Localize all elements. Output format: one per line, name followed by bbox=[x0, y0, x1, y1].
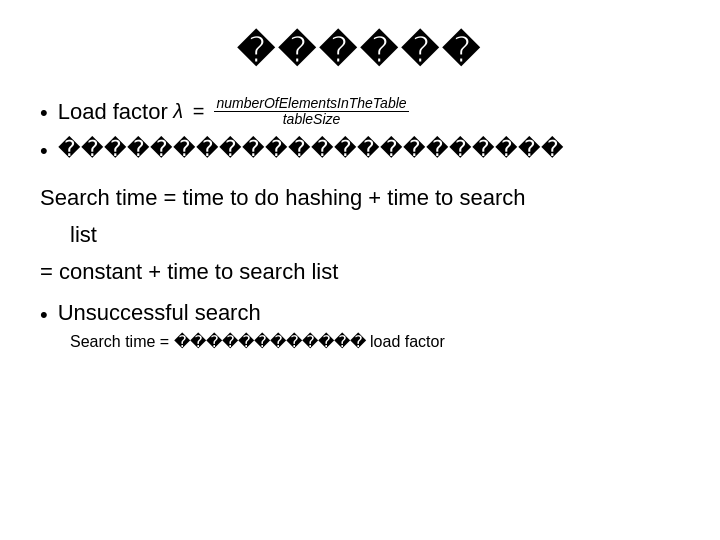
load-factor-label: Load factor bbox=[58, 99, 168, 125]
search-time-line3: = constant + time to search list bbox=[40, 255, 525, 288]
search-time-line2: list bbox=[70, 218, 525, 251]
bullet-2: • ���������������������� bbox=[40, 134, 564, 167]
bullet-dot-1: • bbox=[40, 100, 48, 126]
fraction-denominator: tableSize bbox=[281, 112, 343, 127]
fraction: numberOfElementsInTheTable tableSize bbox=[214, 96, 408, 128]
search-time-line1: Search time = time to do hashing + time … bbox=[40, 181, 525, 214]
fraction-numerator: numberOfElementsInTheTable bbox=[214, 96, 408, 112]
search-time-block: Search time = time to do hashing + time … bbox=[40, 181, 525, 292]
sub-search-time: Search time = ������������ load factor bbox=[70, 332, 445, 351]
slide-title: ������ bbox=[40, 30, 680, 72]
bullet-2-label: ���������������������� bbox=[58, 134, 564, 165]
bullet-3-label: Unsuccessful search bbox=[58, 298, 261, 329]
bullet-load-factor: • Load factor λ = numberOfElementsInTheT… bbox=[40, 96, 409, 128]
bullet-dot-3: • bbox=[40, 300, 48, 331]
slide: ������ • Load factor λ = numberOfElement… bbox=[0, 0, 720, 540]
equals-sign: = bbox=[187, 100, 204, 123]
lambda-symbol: λ bbox=[168, 100, 183, 123]
bullet-unsuccessful: • Unsuccessful search bbox=[40, 298, 261, 331]
bullet-dot-2: • bbox=[40, 136, 48, 167]
